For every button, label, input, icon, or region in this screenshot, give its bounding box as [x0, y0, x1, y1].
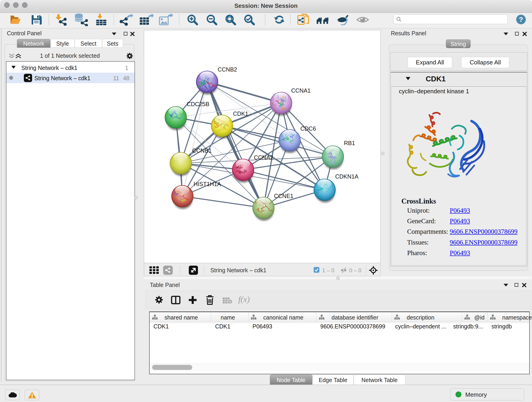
svg-text:HIST1H1A: HIST1H1A: [194, 181, 221, 187]
svg-text:CCNE1: CCNE1: [274, 193, 293, 199]
svg-text:CDK1: CDK1: [233, 110, 248, 117]
svg-text:CDC25B: CDC25B: [187, 101, 209, 107]
svg-text:CDC6: CDC6: [300, 125, 316, 132]
svg-text:CCNA1: CCNA1: [291, 87, 311, 94]
svg-text:CDKN1A: CDKN1A: [335, 173, 359, 180]
svg-text:CCNA2: CCNA2: [254, 154, 273, 161]
svg-text:CCNB1: CCNB1: [192, 147, 212, 154]
svg-text:CCNB2: CCNB2: [218, 66, 237, 73]
svg-text:RB1: RB1: [344, 140, 355, 146]
